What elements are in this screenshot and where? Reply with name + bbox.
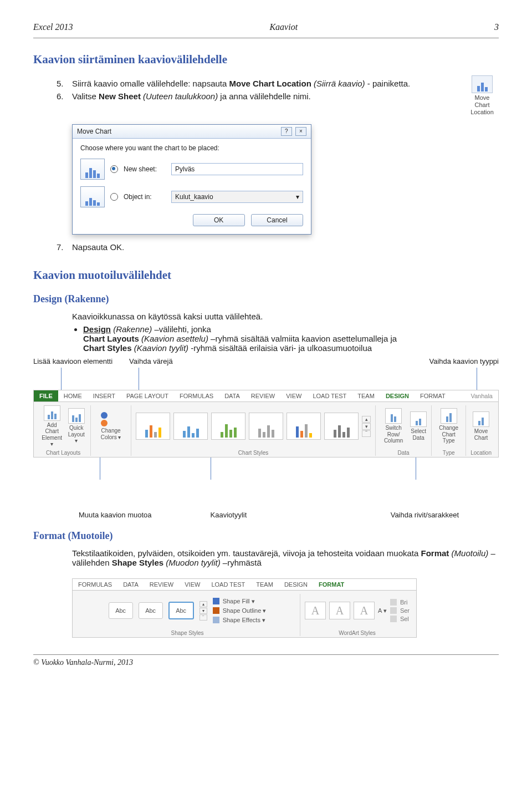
tab-data[interactable]: DATA (117, 579, 144, 590)
button-label: Move (466, 94, 499, 101)
add-chart-element-button[interactable]: Add Chart Element ▾ (40, 405, 63, 448)
move-chart-ribbon-button[interactable]: Move Chart Location (466, 75, 499, 116)
annot-add-element: Lisää kaavioon elementti (33, 357, 112, 365)
radio-object-in[interactable] (110, 193, 118, 201)
move-chart-dialog: Move Chart ? × Choose where you want the… (72, 124, 311, 235)
ribbon-tabs: FILE HOME INSERT PAGE LAYOUT FORMULAS DA… (34, 390, 498, 402)
shape-style-thumb[interactable]: Abc (109, 602, 133, 619)
styles-gallery-expand[interactable]: ▴ ▾ ‾ (200, 601, 207, 621)
shape-outline-button[interactable]: Shape Outline ▾ (213, 607, 267, 614)
button-label: Quick Layout ▾ (68, 425, 85, 444)
effects-icon (213, 617, 219, 623)
selection-pane-button[interactable]: Sel (390, 616, 410, 622)
ribbon-tabs: FORMULAS DATA REVIEW VIEW LOAD TEST TEAM… (73, 579, 416, 591)
chart-type-icon (441, 408, 457, 424)
shape-effects-button[interactable]: Shape Effects ▾ (213, 617, 265, 624)
chart-style-thumb[interactable] (287, 413, 321, 440)
chart-style-thumb[interactable] (136, 413, 170, 440)
shape-style-thumb[interactable]: Abc (139, 602, 163, 619)
ok-button[interactable]: OK (193, 214, 245, 226)
button-label: A ▾ (378, 607, 387, 614)
tab-view[interactable]: VIEW (280, 390, 307, 401)
tab-formulas[interactable]: FORMULAS (174, 390, 219, 401)
callout-chart-styles: Kaaviotyylit (208, 511, 249, 519)
tab-review[interactable]: REVIEW (245, 390, 280, 401)
chart-style-thumb[interactable] (173, 413, 208, 440)
change-colors-button[interactable]: Change Colors ▾ (101, 412, 121, 440)
close-icon[interactable]: × (295, 127, 306, 136)
group-wordart-styles: A A A A ▾ Bri Ser Sel WordArt Styles (300, 594, 414, 636)
group-colors: Change Colors ▾ (91, 405, 131, 456)
object-in-combo[interactable]: Kulut_kaavio ▾ (171, 191, 303, 203)
header-rule (33, 38, 499, 38)
select-data-button[interactable]: Select Data (410, 411, 427, 441)
styles-gallery-expand[interactable]: ▴ ▾ ‾ (362, 416, 371, 437)
button-label: Shape Outline ▾ (223, 607, 267, 614)
chart-style-thumb[interactable] (324, 413, 359, 440)
tab-loadtest[interactable]: LOAD TEST (307, 390, 352, 401)
user-name: Vanhala (465, 390, 498, 401)
list-item: Design (Rakenne) –välilehti, jonka Chart… (83, 324, 499, 353)
button-label: Change Colors ▾ (101, 428, 121, 440)
shape-style-thumb[interactable]: Abc (168, 602, 194, 619)
list-item: 5. Siirrä kaavio omalle välilehdelle: na… (72, 79, 449, 88)
tab-design[interactable]: DESIGN (279, 579, 313, 590)
callout-change-layout: Muuta kaavion muotoa (76, 511, 154, 519)
wordart-style-thumb[interactable]: A (354, 602, 375, 619)
tab-team[interactable]: TEAM (352, 390, 380, 401)
button-label: Change Chart Type (439, 425, 458, 444)
button-label: Move Chart (474, 428, 488, 441)
shape-fill-button[interactable]: Shape Fill ▾ (213, 598, 255, 605)
section2-title: Kaavion muotoiluvälilehdet (33, 268, 499, 282)
help-icon[interactable]: ? (281, 127, 292, 136)
group-chart-styles: ▴ ▾ ‾ Chart Styles (131, 405, 376, 456)
wordart-style-thumb[interactable]: A (329, 602, 350, 619)
quick-layout-button[interactable]: Quick Layout ▾ (66, 408, 86, 444)
change-chart-type-button[interactable]: Change Chart Type (436, 408, 461, 444)
item-bold: Chart Layouts (83, 334, 139, 343)
move-chart-button[interactable]: Move Chart (473, 411, 489, 441)
option-object-in[interactable]: Object in: Kulut_kaavio ▾ (80, 186, 303, 207)
radio-new-sheet[interactable] (110, 165, 118, 173)
item-bold: Chart Styles (83, 343, 132, 353)
tab-view[interactable]: VIEW (179, 579, 206, 590)
tab-pagelayout[interactable]: PAGE LAYOUT (121, 390, 174, 401)
tab-home[interactable]: HOME (58, 390, 88, 401)
tab-formulas[interactable]: FORMULAS (73, 579, 117, 590)
item-text: Tekstilaatikoiden, pylväiden, otsikoiden… (72, 548, 421, 558)
item-number: 6. (57, 91, 64, 101)
tab-review[interactable]: REVIEW (144, 579, 179, 590)
bring-forward-button[interactable]: Bri (390, 599, 410, 606)
tab-format[interactable]: FORMAT (313, 579, 350, 590)
tab-file[interactable]: FILE (34, 390, 58, 401)
wordart-style-thumb[interactable]: A (305, 602, 326, 619)
section3-paragraph: Tekstilaatikoiden, pylväiden, otsikoiden… (33, 548, 499, 567)
text-fill-button[interactable]: A ▾ (378, 607, 387, 614)
switch-row-col-button[interactable]: Switch Row/ Column (380, 408, 407, 444)
annot-change-type: Vaihda kaavion tyyppi (429, 357, 499, 365)
new-sheet-name-input[interactable]: Pylväs (171, 163, 303, 175)
section2-p1: Kaavioikkunassa on käytössä kaksi uutta … (33, 312, 499, 321)
chart-style-thumb[interactable] (249, 413, 283, 440)
section1-list: 5. Siirrä kaavio omalle välilehdelle: na… (33, 75, 449, 104)
chart-style-thumb[interactable] (211, 413, 245, 440)
send-back-button[interactable]: Ser (390, 607, 410, 614)
tab-loadtest[interactable]: LOAD TEST (206, 579, 250, 590)
back-icon (390, 607, 397, 614)
option-new-sheet[interactable]: New sheet: Pylväs (80, 159, 303, 180)
group-label: Type (436, 450, 461, 456)
section2-bullets: Design (Rakenne) –välilehti, jonka Chart… (33, 324, 499, 353)
button-label: Bri (400, 599, 407, 606)
tab-data[interactable]: DATA (219, 390, 245, 401)
header-left: Excel 2013 (33, 22, 73, 32)
item-bold: Design (83, 324, 111, 334)
option-label: New sheet: (124, 165, 166, 173)
cancel-button[interactable]: Cancel (251, 214, 303, 226)
section1-list-cont: 7. Napsauta OK. (33, 242, 499, 252)
combo-value: Kulut_kaavio (175, 191, 213, 202)
tab-insert[interactable]: INSERT (88, 390, 121, 401)
tab-design[interactable]: DESIGN (380, 390, 415, 401)
tab-team[interactable]: TEAM (250, 579, 279, 590)
tab-format[interactable]: FORMAT (415, 390, 451, 401)
group-data: Switch Row/ Column Select Data Data (376, 405, 432, 456)
